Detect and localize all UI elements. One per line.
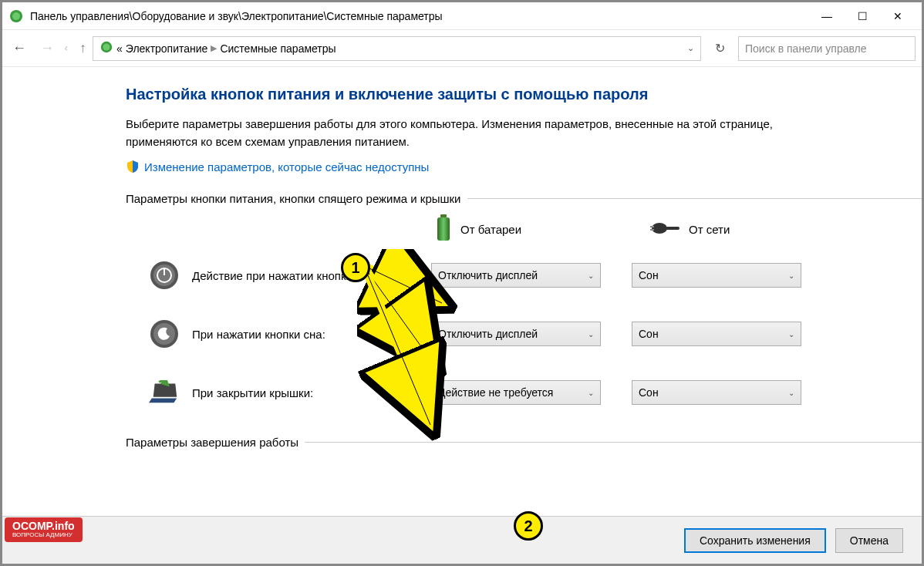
sleep-button-battery-combo[interactable]: Отключить дисплей ⌄ — [431, 322, 601, 346]
maximize-button[interactable]: ☐ — [845, 5, 880, 28]
power-row: При закрытии крышки: Действие не требует… — [126, 377, 922, 408]
save-button[interactable]: Сохранить изменения — [684, 528, 826, 553]
column-label: От сети — [689, 223, 730, 236]
chevron-down-icon: ⌄ — [788, 271, 794, 280]
crumb-prefix: « — [116, 42, 123, 55]
chevron-down-icon: ⌄ — [588, 389, 594, 397]
column-label: От батареи — [460, 223, 521, 236]
chevron-down-icon: ⌄ — [588, 271, 594, 280]
combo-value: Отключить дисплей — [438, 269, 538, 281]
section-header: Параметры завершения работы — [126, 436, 922, 449]
svg-point-3 — [103, 43, 110, 50]
annotation-badge-2: 2 — [514, 511, 543, 541]
titlebar: Панель управления\Оборудование и звук\Эл… — [2, 2, 922, 30]
svg-point-6 — [652, 223, 667, 234]
column-header-battery: От батареи — [434, 214, 596, 244]
page-heading: Настройка кнопок питания и включение защ… — [126, 86, 922, 103]
lid-close-icon — [149, 377, 180, 408]
back-button[interactable]: ← — [8, 38, 30, 59]
svg-point-1 — [12, 12, 20, 20]
section-title: Параметры кнопки питания, кнопки спящего… — [126, 192, 461, 205]
breadcrumb-item[interactable]: Системные параметры — [220, 42, 336, 55]
svg-rect-4 — [440, 214, 447, 217]
logo-subtext: ВОПРОСЫ АДМИНУ — [12, 532, 75, 539]
plug-icon — [650, 219, 681, 240]
combo-value: Сон — [639, 328, 659, 340]
power-button-icon — [149, 260, 180, 291]
section-title: Параметры завершения работы — [126, 436, 298, 449]
shield-icon — [126, 160, 140, 174]
cancel-button[interactable]: Отмена — [835, 528, 903, 553]
lid-close-battery-combo[interactable]: Действие не требуется ⌄ — [431, 380, 601, 405]
up-button[interactable]: ↑ — [79, 40, 86, 56]
close-button[interactable]: ✕ — [880, 5, 916, 28]
forward-button[interactable]: → — [36, 38, 58, 59]
search-input[interactable]: Поиск в панели управле — [738, 36, 916, 61]
breadcrumb-item[interactable]: Электропитание — [126, 42, 208, 55]
logo-text: OCOMP.info — [12, 521, 75, 532]
history-dropdown[interactable]: ⌄ — [62, 44, 75, 53]
lid-close-plugged-combo[interactable]: Сон ⌄ — [632, 380, 801, 405]
section-divider — [467, 198, 922, 199]
combo-value: Отключить дисплей — [438, 328, 538, 340]
svg-rect-8 — [650, 226, 654, 227]
column-header-plugged: От сети — [650, 214, 812, 244]
power-row: При нажатии кнопки сна: Отключить диспле… — [126, 318, 922, 349]
combo-value: Сон — [639, 386, 659, 399]
chevron-down-icon: ⌄ — [788, 389, 794, 397]
change-settings-label: Изменение параметров, которые сейчас нед… — [144, 160, 429, 174]
minimize-button[interactable]: — — [809, 5, 845, 28]
navbar: ← → ⌄ ↑ « Электропитание ▶ Системные пар… — [2, 30, 922, 67]
change-settings-link[interactable]: Изменение параметров, которые сейчас нед… — [126, 160, 429, 174]
chevron-down-icon: ⌄ — [588, 330, 594, 339]
button-bar: Сохранить изменения Отмена — [2, 516, 922, 564]
sleep-button-plugged-combo[interactable]: Сон ⌄ — [632, 322, 801, 346]
address-dropdown[interactable]: ⌄ — [687, 43, 694, 53]
svg-rect-5 — [437, 217, 450, 241]
watermark-logo: OCOMP.info ВОПРОСЫ АДМИНУ — [5, 517, 83, 542]
sleep-button-icon — [149, 318, 180, 349]
window-title: Панель управления\Оборудование и звук\Эл… — [30, 10, 809, 22]
section-divider — [305, 442, 922, 443]
refresh-button[interactable]: ↻ — [707, 36, 732, 61]
annotation-badge-1: 1 — [341, 253, 370, 282]
section-header: Параметры кнопки питания, кнопки спящего… — [126, 192, 922, 205]
address-icon — [99, 40, 113, 57]
address-bar[interactable]: « Электропитание ▶ Системные параметры ⌄ — [93, 36, 701, 61]
battery-icon — [434, 214, 453, 244]
breadcrumb-separator: ▶ — [211, 43, 217, 53]
power-row: Действие при нажатии кнопки питания: Отк… — [126, 260, 922, 291]
app-icon — [8, 8, 24, 24]
combo-value: Сон — [639, 269, 659, 281]
chevron-down-icon: ⌄ — [788, 330, 794, 339]
page-description: Выберите параметры завершения работы для… — [126, 116, 820, 150]
power-button-plugged-combo[interactable]: Сон ⌄ — [632, 263, 801, 288]
row-label: При нажатии кнопки сна: — [192, 328, 431, 341]
svg-rect-7 — [666, 227, 680, 230]
row-label: Действие при нажатии кнопки питания: — [192, 269, 431, 282]
row-label: При закрытии крышки: — [192, 386, 431, 399]
power-button-battery-combo[interactable]: Отключить дисплей ⌄ — [431, 263, 601, 288]
combo-value: Действие не требуется — [438, 386, 553, 399]
svg-rect-9 — [650, 229, 654, 231]
